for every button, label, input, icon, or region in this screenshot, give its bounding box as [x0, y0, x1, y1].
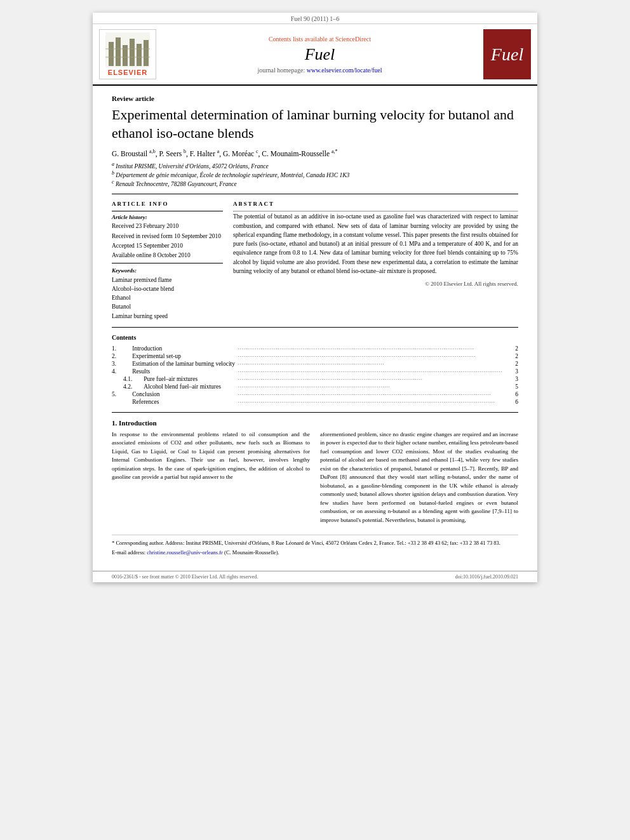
abstract-text: The potential of butanol as an additive … — [233, 212, 518, 276]
revised-date: Received in revised form 10 September 20… — [112, 232, 223, 241]
toc-label: Conclusion — [132, 390, 237, 398]
toc-num: 1. — [112, 345, 132, 352]
svg-rect-7 — [105, 48, 150, 50]
toc-dots: ........................................… — [237, 375, 509, 383]
svg-rect-5 — [137, 44, 142, 66]
toc-dots: ........................................… — [237, 360, 509, 368]
toc-num: 2. — [112, 352, 132, 360]
toc-dots: ........................................… — [237, 398, 509, 406]
keyword-1: Laminar premixed flame — [112, 276, 223, 284]
toc-num: 4.1. — [112, 375, 132, 383]
toc-dots: ........................................… — [237, 345, 509, 352]
sciencedirect-link: Contents lists available at ScienceDirec… — [269, 36, 371, 43]
keyword-4: Butanol — [112, 302, 223, 311]
toc-dots: ........................................… — [237, 368, 509, 375]
toc-num: 3. — [112, 360, 132, 368]
toc-dots: ........................................… — [237, 390, 509, 398]
toc-page: 2 — [509, 360, 518, 368]
table-row: References .............................… — [112, 398, 518, 406]
journal-center: Contents lists available at ScienceDirec… — [163, 29, 477, 79]
keyword-3: Ethanol — [112, 293, 223, 302]
authors: G. Broustail a,b, P. Seers b, F. Halter … — [112, 149, 518, 157]
intro-left-para: In response to the environmental problem… — [112, 430, 310, 482]
toc-dots: ........................................… — [237, 383, 509, 390]
accepted-date: Accepted 15 September 2010 — [112, 242, 223, 250]
toc-label: Introduction — [132, 345, 237, 352]
abstract: ABSTRACT The potential of butanol as an … — [233, 201, 518, 320]
toc-page: 2 — [509, 345, 518, 352]
keywords-list: Laminar premixed flame Alcohol–iso-octan… — [112, 276, 223, 321]
article-info: ARTICLE INFO Article history: Received 2… — [112, 201, 223, 320]
article-info-header: ARTICLE INFO — [112, 201, 223, 207]
toc-label: Pure fuel–air mixtures — [132, 375, 237, 383]
toc-page: 3 — [509, 375, 518, 383]
toc-page: 5 — [509, 383, 518, 390]
table-row: 2. Experimental set-up .................… — [112, 352, 518, 360]
toc-num: 5. — [112, 390, 132, 398]
keyword-5: Laminar burning speed — [112, 312, 223, 321]
table-row: 5. Conclusion ..........................… — [112, 390, 518, 398]
contents-section: Contents 1. Introduction ...............… — [112, 334, 518, 406]
svg-rect-8 — [105, 57, 150, 58]
intro-two-col: In response to the environmental problem… — [112, 430, 518, 529]
table-row: 3. Estimation of the laminar burning vel… — [112, 360, 518, 368]
journal-homepage: journal homepage: www.elsevier.com/locat… — [258, 67, 382, 74]
toc-page: 3 — [509, 368, 518, 375]
svg-rect-1 — [109, 42, 114, 66]
page: Fuel 90 (2011) 1–6 — [93, 13, 537, 582]
elsevier-brand: ELSEVIER — [108, 69, 147, 76]
issn-line: 0016-2361/$ - see front matter © 2010 El… — [112, 574, 258, 580]
toc-num: 4.2. — [112, 383, 132, 390]
footnotes: * Corresponding author. Address: Institu… — [112, 535, 518, 557]
toc-page: 6 — [509, 390, 518, 398]
intro-left-col: In response to the environmental problem… — [112, 430, 310, 529]
article-title: Experimental determination of laminar bu… — [112, 106, 518, 142]
history-label: Article history: — [112, 214, 223, 220]
table-row: 4.2. Alcohol blend fuel–air mixtures ...… — [112, 383, 518, 390]
toc-label: Experimental set-up — [132, 352, 237, 360]
intro-section-title: 1. Introduction — [112, 419, 518, 427]
toc-page: 2 — [509, 352, 518, 360]
toc-label: Results — [132, 368, 237, 375]
toc-page: 6 — [509, 398, 518, 406]
article-info-abstract: ARTICLE INFO Article history: Received 2… — [112, 201, 518, 320]
intro-right-para: aforementioned problem, since no drastic… — [320, 430, 518, 525]
keyword-2: Alcohol–iso-octane blend — [112, 284, 223, 293]
abstract-header: ABSTRACT — [233, 201, 518, 207]
fuel-logo: Fuel — [483, 29, 531, 79]
email-note: E-mail address: christine.rousselle@univ… — [112, 549, 518, 557]
article-type-label: Review article — [112, 95, 518, 102]
toc-num: 4. — [112, 368, 132, 375]
toc-label: Estimation of the laminar burning veloci… — [132, 360, 237, 368]
table-row: 4.1. Pure fuel–air mixtures ............… — [112, 375, 518, 383]
contents-table: 1. Introduction ........................… — [112, 345, 518, 406]
svg-rect-3 — [123, 45, 128, 66]
main-content: Review article Experimental determinatio… — [93, 86, 537, 571]
contents-header: Contents — [112, 334, 518, 341]
elsevier-logo: ELSEVIER — [99, 29, 156, 79]
journal-citation: Fuel 90 (2011) 1–6 — [93, 13, 537, 24]
table-row: 4. Results .............................… — [112, 368, 518, 375]
journal-name: Fuel — [305, 45, 335, 64]
svg-rect-4 — [130, 39, 135, 66]
journal-header: ELSEVIER Contents lists available at Sci… — [93, 24, 537, 86]
corresponding-author-note: * Corresponding author. Address: Institu… — [112, 539, 518, 547]
toc-dots: ........................................… — [237, 352, 509, 360]
intro-right-col: aforementioned problem, since no drastic… — [320, 430, 518, 529]
received-date: Received 23 February 2010 — [112, 222, 223, 230]
doi-line: doi:10.1016/j.fuel.2010.09.021 — [455, 574, 518, 580]
body-section: 1. Introduction In response to the envir… — [112, 419, 518, 529]
toc-num — [112, 398, 132, 406]
available-date: Available online 8 October 2010 — [112, 251, 223, 260]
elsevier-logo-graphic — [105, 32, 150, 67]
bottom-bar: 0016-2361/$ - see front matter © 2010 El… — [93, 571, 537, 582]
svg-rect-2 — [116, 37, 121, 66]
svg-rect-6 — [144, 40, 149, 66]
keywords-label: Keywords: — [112, 267, 223, 274]
toc-label: References — [132, 398, 237, 406]
table-row: 1. Introduction ........................… — [112, 345, 518, 352]
copyright: © 2010 Elsevier Ltd. All rights reserved… — [233, 281, 518, 287]
toc-label: Alcohol blend fuel–air mixtures — [132, 383, 237, 390]
affiliations: a Institut PRISME, Université d'Orléans,… — [112, 161, 518, 187]
